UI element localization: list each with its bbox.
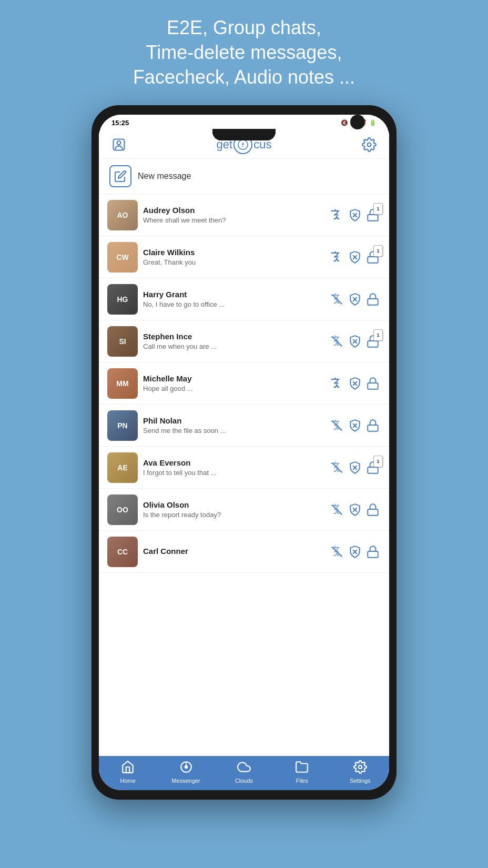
shield-x-icon[interactable] — [347, 544, 363, 560]
shield-x-icon[interactable] — [347, 334, 363, 349]
translate-icon[interactable] — [329, 334, 345, 349]
chat-content: Olivia Olson Is the report ready today? — [143, 500, 329, 519]
chat-content: Phil Nolan Send me the file as soon ... — [143, 416, 329, 435]
shield-x-icon[interactable] — [347, 291, 363, 307]
compose-icon — [109, 165, 131, 187]
chat-actions — [329, 376, 381, 391]
chat-item[interactable]: OO Olivia Olson Is the report ready toda… — [99, 489, 389, 531]
shield-x-icon[interactable] — [347, 376, 363, 391]
translate-icon[interactable] — [329, 544, 345, 560]
chat-content: Audrey Olson Where shall we meet then? — [143, 206, 329, 224]
status-time: 15:25 — [111, 119, 129, 127]
chat-name: Michelle May — [143, 374, 329, 383]
lock-icon[interactable] — [365, 376, 381, 391]
chat-item[interactable]: AO Audrey Olson Where shall we meet then… — [99, 194, 389, 236]
chat-item[interactable]: HG Harry Grant No, I have to go to offic… — [99, 278, 389, 320]
translate-icon[interactable] — [329, 291, 345, 307]
chat-item[interactable]: CW Claire Wilkins Great, Thank you — [99, 236, 389, 278]
lock-icon[interactable]: 1 — [365, 460, 381, 476]
chat-list: AO Audrey Olson Where shall we meet then… — [99, 194, 389, 756]
chat-preview: Is the report ready today? — [143, 511, 329, 519]
avatar: SI — [107, 326, 138, 357]
chat-preview: Send me the file as soon ... — [143, 427, 329, 435]
chat-item[interactable]: PN Phil Nolan Send me the file as soon .… — [99, 405, 389, 447]
avatar: AE — [107, 452, 138, 483]
chat-name: Carl Conner — [143, 547, 329, 556]
svg-rect-29 — [368, 467, 378, 473]
translate-icon[interactable] — [329, 502, 345, 518]
nav-clouds-label: Clouds — [235, 778, 253, 784]
chat-content: Harry Grant No, I have to go to office .… — [143, 290, 329, 308]
svg-rect-14 — [368, 299, 378, 305]
avatar: PN — [107, 410, 138, 441]
lock-icon[interactable] — [365, 418, 381, 433]
shield-x-icon[interactable] — [347, 249, 363, 265]
chat-preview: Where shall we meet then? — [143, 216, 329, 224]
lock-icon[interactable] — [365, 544, 381, 560]
nav-clouds[interactable]: Clouds — [228, 760, 260, 784]
messenger-icon — [179, 760, 193, 776]
chat-preview: Call me when you are ... — [143, 342, 329, 350]
chat-content: Claire Wilkins Great, Thank you — [143, 248, 329, 266]
nav-home[interactable]: Home — [112, 760, 144, 784]
translate-icon[interactable] — [329, 249, 345, 265]
translate-icon[interactable] — [329, 460, 345, 476]
svg-rect-18 — [368, 341, 378, 347]
chat-actions: 1 — [329, 207, 381, 223]
lock-icon[interactable]: 1 — [365, 207, 381, 223]
shield-x-icon[interactable] — [347, 207, 363, 223]
svg-rect-10 — [368, 257, 378, 263]
svg-rect-21 — [368, 383, 378, 389]
chat-actions: 1 — [329, 334, 381, 349]
chat-name: Claire Wilkins — [143, 248, 329, 257]
lock-icon[interactable] — [365, 291, 381, 307]
status-bar: 15:25 🔇📶⏰🔋 — [99, 115, 389, 129]
avatar: AO — [107, 200, 138, 230]
chat-content: Michelle May Hope all good ... — [143, 374, 329, 392]
chat-preview: No, I have to go to office ... — [143, 300, 329, 308]
chat-actions — [329, 544, 381, 560]
home-icon — [121, 760, 135, 776]
nav-messenger[interactable]: Messenger — [170, 760, 202, 784]
chat-actions — [329, 418, 381, 433]
phone-frame: 15:25 🔇📶⏰🔋 get — [92, 105, 396, 800]
lock-icon[interactable]: 1 — [365, 334, 381, 349]
avatar: MM — [107, 368, 138, 399]
nav-files[interactable]: Files — [286, 760, 318, 784]
profile-icon[interactable] — [109, 135, 128, 154]
svg-point-1 — [117, 141, 121, 145]
shield-x-icon[interactable] — [347, 460, 363, 476]
svg-point-40 — [359, 765, 362, 769]
chat-item[interactable]: AE Ava Everson I forgot to tell you that… — [99, 447, 389, 489]
new-message-label: New message — [138, 171, 191, 181]
chat-name: Olivia Olson — [143, 500, 329, 509]
lock-icon[interactable]: 1 — [365, 249, 381, 265]
chat-name: Harry Grant — [143, 290, 329, 299]
shield-x-icon[interactable] — [347, 502, 363, 518]
shield-x-icon[interactable] — [347, 418, 363, 433]
svg-point-4 — [368, 143, 371, 147]
hero-text: E2E, Group chats, Time-delete messages, … — [101, 0, 387, 100]
lock-icon[interactable] — [365, 502, 381, 518]
chat-item[interactable]: MM Michelle May Hope all good ... — [99, 362, 389, 405]
translate-icon[interactable] — [329, 376, 345, 391]
svg-rect-7 — [368, 215, 378, 221]
avatar: OO — [107, 494, 138, 525]
chat-actions — [329, 291, 381, 307]
translate-icon[interactable] — [329, 207, 345, 223]
clouds-icon — [237, 760, 251, 776]
chat-item[interactable]: SI Stephen Ince Call me when you are ... — [99, 320, 389, 362]
chat-content: Ava Everson I forgot to tell you that ..… — [143, 458, 329, 477]
avatar: CC — [107, 537, 138, 567]
bottom-nav: Home Messenger Clouds — [99, 756, 389, 790]
chat-actions: 1 — [329, 249, 381, 265]
settings-icon[interactable] — [360, 135, 379, 154]
svg-rect-33 — [368, 509, 378, 516]
translate-icon[interactable] — [329, 418, 345, 433]
new-message-row[interactable]: New message — [99, 159, 389, 194]
chat-item[interactable]: CC Carl Conner — [99, 531, 389, 573]
chat-name: Phil Nolan — [143, 416, 329, 425]
chat-actions: 1 — [329, 460, 381, 476]
nav-settings[interactable]: Settings — [344, 760, 376, 784]
chat-content: Stephen Ince Call me when you are ... — [143, 332, 329, 350]
